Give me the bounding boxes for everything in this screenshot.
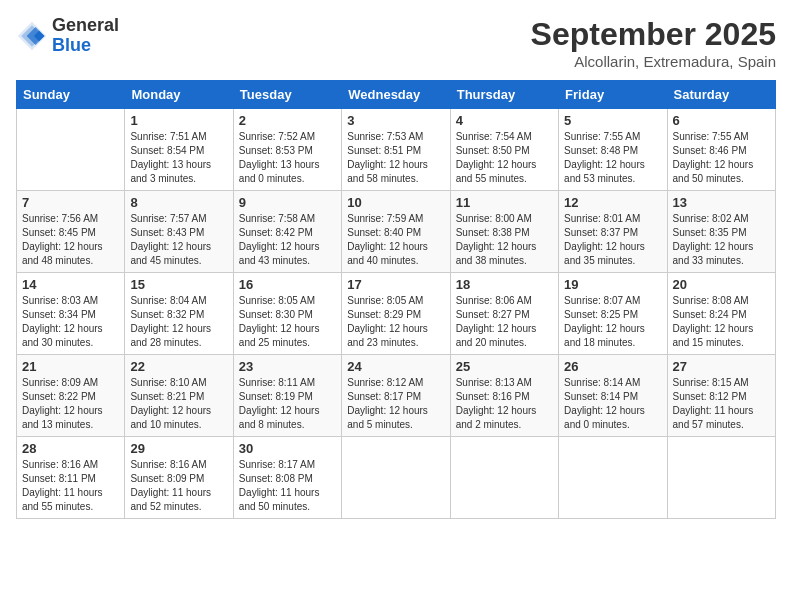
day-info: Sunrise: 8:00 AM Sunset: 8:38 PM Dayligh…	[456, 212, 553, 268]
day-info: Sunrise: 8:04 AM Sunset: 8:32 PM Dayligh…	[130, 294, 227, 350]
day-info: Sunrise: 7:55 AM Sunset: 8:46 PM Dayligh…	[673, 130, 770, 186]
page-header: General Blue September 2025 Alcollarin, …	[16, 16, 776, 70]
calendar-cell: 17Sunrise: 8:05 AM Sunset: 8:29 PM Dayli…	[342, 273, 450, 355]
day-header-friday: Friday	[559, 81, 667, 109]
day-number: 14	[22, 277, 119, 292]
day-info: Sunrise: 7:56 AM Sunset: 8:45 PM Dayligh…	[22, 212, 119, 268]
logo-icon	[16, 20, 48, 52]
day-number: 12	[564, 195, 661, 210]
calendar-cell: 24Sunrise: 8:12 AM Sunset: 8:17 PM Dayli…	[342, 355, 450, 437]
day-info: Sunrise: 8:01 AM Sunset: 8:37 PM Dayligh…	[564, 212, 661, 268]
day-header-thursday: Thursday	[450, 81, 558, 109]
calendar-cell	[17, 109, 125, 191]
week-row-3: 14Sunrise: 8:03 AM Sunset: 8:34 PM Dayli…	[17, 273, 776, 355]
calendar-cell: 12Sunrise: 8:01 AM Sunset: 8:37 PM Dayli…	[559, 191, 667, 273]
day-info: Sunrise: 8:03 AM Sunset: 8:34 PM Dayligh…	[22, 294, 119, 350]
calendar-cell: 23Sunrise: 8:11 AM Sunset: 8:19 PM Dayli…	[233, 355, 341, 437]
day-info: Sunrise: 8:11 AM Sunset: 8:19 PM Dayligh…	[239, 376, 336, 432]
day-info: Sunrise: 8:16 AM Sunset: 8:09 PM Dayligh…	[130, 458, 227, 514]
day-info: Sunrise: 8:02 AM Sunset: 8:35 PM Dayligh…	[673, 212, 770, 268]
week-row-1: 1Sunrise: 7:51 AM Sunset: 8:54 PM Daylig…	[17, 109, 776, 191]
day-number: 28	[22, 441, 119, 456]
day-number: 27	[673, 359, 770, 374]
calendar-header-row: SundayMondayTuesdayWednesdayThursdayFrid…	[17, 81, 776, 109]
day-info: Sunrise: 8:13 AM Sunset: 8:16 PM Dayligh…	[456, 376, 553, 432]
day-header-wednesday: Wednesday	[342, 81, 450, 109]
month-title: September 2025	[531, 16, 776, 53]
day-number: 21	[22, 359, 119, 374]
week-row-5: 28Sunrise: 8:16 AM Sunset: 8:11 PM Dayli…	[17, 437, 776, 519]
day-number: 16	[239, 277, 336, 292]
day-number: 11	[456, 195, 553, 210]
day-info: Sunrise: 8:06 AM Sunset: 8:27 PM Dayligh…	[456, 294, 553, 350]
day-info: Sunrise: 8:14 AM Sunset: 8:14 PM Dayligh…	[564, 376, 661, 432]
day-header-tuesday: Tuesday	[233, 81, 341, 109]
day-number: 15	[130, 277, 227, 292]
calendar-cell: 5Sunrise: 7:55 AM Sunset: 8:48 PM Daylig…	[559, 109, 667, 191]
day-number: 26	[564, 359, 661, 374]
calendar-cell	[342, 437, 450, 519]
logo-blue-text: Blue	[52, 36, 119, 56]
location-text: Alcollarin, Extremadura, Spain	[531, 53, 776, 70]
week-row-2: 7Sunrise: 7:56 AM Sunset: 8:45 PM Daylig…	[17, 191, 776, 273]
calendar-cell: 1Sunrise: 7:51 AM Sunset: 8:54 PM Daylig…	[125, 109, 233, 191]
day-info: Sunrise: 7:51 AM Sunset: 8:54 PM Dayligh…	[130, 130, 227, 186]
day-number: 18	[456, 277, 553, 292]
calendar-cell: 8Sunrise: 7:57 AM Sunset: 8:43 PM Daylig…	[125, 191, 233, 273]
calendar-cell: 15Sunrise: 8:04 AM Sunset: 8:32 PM Dayli…	[125, 273, 233, 355]
day-number: 25	[456, 359, 553, 374]
calendar-cell: 6Sunrise: 7:55 AM Sunset: 8:46 PM Daylig…	[667, 109, 775, 191]
calendar-cell: 29Sunrise: 8:16 AM Sunset: 8:09 PM Dayli…	[125, 437, 233, 519]
day-number: 19	[564, 277, 661, 292]
day-number: 1	[130, 113, 227, 128]
day-info: Sunrise: 8:16 AM Sunset: 8:11 PM Dayligh…	[22, 458, 119, 514]
day-info: Sunrise: 8:15 AM Sunset: 8:12 PM Dayligh…	[673, 376, 770, 432]
day-info: Sunrise: 7:53 AM Sunset: 8:51 PM Dayligh…	[347, 130, 444, 186]
calendar-cell: 14Sunrise: 8:03 AM Sunset: 8:34 PM Dayli…	[17, 273, 125, 355]
day-info: Sunrise: 8:05 AM Sunset: 8:30 PM Dayligh…	[239, 294, 336, 350]
day-number: 4	[456, 113, 553, 128]
day-info: Sunrise: 8:08 AM Sunset: 8:24 PM Dayligh…	[673, 294, 770, 350]
calendar-cell: 4Sunrise: 7:54 AM Sunset: 8:50 PM Daylig…	[450, 109, 558, 191]
calendar-cell: 13Sunrise: 8:02 AM Sunset: 8:35 PM Dayli…	[667, 191, 775, 273]
calendar-cell: 22Sunrise: 8:10 AM Sunset: 8:21 PM Dayli…	[125, 355, 233, 437]
day-info: Sunrise: 7:57 AM Sunset: 8:43 PM Dayligh…	[130, 212, 227, 268]
day-number: 13	[673, 195, 770, 210]
day-number: 8	[130, 195, 227, 210]
day-number: 24	[347, 359, 444, 374]
day-number: 9	[239, 195, 336, 210]
day-number: 17	[347, 277, 444, 292]
day-number: 10	[347, 195, 444, 210]
calendar-cell: 9Sunrise: 7:58 AM Sunset: 8:42 PM Daylig…	[233, 191, 341, 273]
week-row-4: 21Sunrise: 8:09 AM Sunset: 8:22 PM Dayli…	[17, 355, 776, 437]
calendar-cell: 19Sunrise: 8:07 AM Sunset: 8:25 PM Dayli…	[559, 273, 667, 355]
calendar-cell: 16Sunrise: 8:05 AM Sunset: 8:30 PM Dayli…	[233, 273, 341, 355]
title-block: September 2025 Alcollarin, Extremadura, …	[531, 16, 776, 70]
day-info: Sunrise: 8:17 AM Sunset: 8:08 PM Dayligh…	[239, 458, 336, 514]
day-number: 29	[130, 441, 227, 456]
calendar-cell: 11Sunrise: 8:00 AM Sunset: 8:38 PM Dayli…	[450, 191, 558, 273]
day-info: Sunrise: 8:12 AM Sunset: 8:17 PM Dayligh…	[347, 376, 444, 432]
day-number: 6	[673, 113, 770, 128]
calendar-cell	[667, 437, 775, 519]
day-info: Sunrise: 8:05 AM Sunset: 8:29 PM Dayligh…	[347, 294, 444, 350]
calendar-cell: 21Sunrise: 8:09 AM Sunset: 8:22 PM Dayli…	[17, 355, 125, 437]
calendar-table: SundayMondayTuesdayWednesdayThursdayFrid…	[16, 80, 776, 519]
calendar-cell: 30Sunrise: 8:17 AM Sunset: 8:08 PM Dayli…	[233, 437, 341, 519]
calendar-cell: 10Sunrise: 7:59 AM Sunset: 8:40 PM Dayli…	[342, 191, 450, 273]
calendar-cell: 2Sunrise: 7:52 AM Sunset: 8:53 PM Daylig…	[233, 109, 341, 191]
day-header-monday: Monday	[125, 81, 233, 109]
day-header-saturday: Saturday	[667, 81, 775, 109]
day-number: 2	[239, 113, 336, 128]
day-number: 20	[673, 277, 770, 292]
logo-general-text: General	[52, 16, 119, 36]
day-number: 3	[347, 113, 444, 128]
day-info: Sunrise: 7:54 AM Sunset: 8:50 PM Dayligh…	[456, 130, 553, 186]
calendar-cell: 25Sunrise: 8:13 AM Sunset: 8:16 PM Dayli…	[450, 355, 558, 437]
day-header-sunday: Sunday	[17, 81, 125, 109]
calendar-cell: 20Sunrise: 8:08 AM Sunset: 8:24 PM Dayli…	[667, 273, 775, 355]
day-info: Sunrise: 7:58 AM Sunset: 8:42 PM Dayligh…	[239, 212, 336, 268]
day-info: Sunrise: 7:59 AM Sunset: 8:40 PM Dayligh…	[347, 212, 444, 268]
calendar-cell: 28Sunrise: 8:16 AM Sunset: 8:11 PM Dayli…	[17, 437, 125, 519]
day-info: Sunrise: 8:07 AM Sunset: 8:25 PM Dayligh…	[564, 294, 661, 350]
